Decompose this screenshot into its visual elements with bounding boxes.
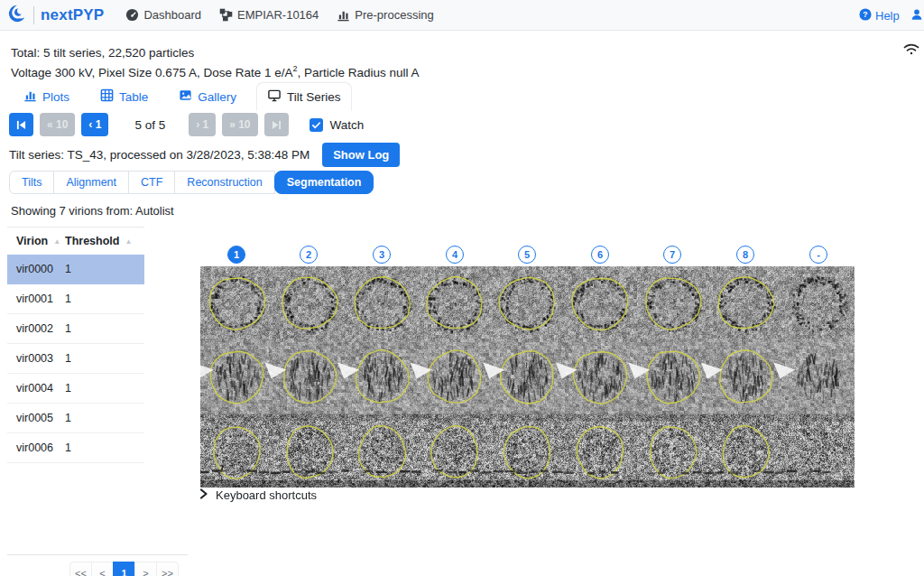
first-series-button[interactable] (9, 113, 33, 136)
user-menu[interactable]: user (910, 8, 924, 23)
virion-table-header: Virion ▲ Threshold ▲ (7, 228, 144, 255)
watch-checkbox[interactable] (310, 118, 323, 132)
checkmark-icon (311, 120, 321, 130)
header-threshold[interactable]: Threshold ▲ (65, 235, 132, 247)
page-next-button[interactable]: > (134, 562, 157, 576)
acquisition-summary: Voltage 300 kV, Pixel Size 0.675 A, Dose… (11, 64, 420, 79)
help-link[interactable]: ? Help (859, 8, 900, 23)
threshold-circle-none[interactable]: - (809, 246, 827, 264)
app-window: nextPYP Dashboard (0, 0, 924, 576)
connection-status-icon (902, 42, 920, 60)
virion-cell: vir0004 (7, 382, 65, 395)
dashboard-icon (125, 8, 139, 22)
subtab-reconstruction[interactable]: Reconstruction (174, 171, 274, 194)
breadcrumb-preprocessing[interactable]: Pre-processing (337, 8, 433, 22)
skip-to-first-icon (16, 120, 26, 130)
chevron-right-icon (199, 487, 208, 503)
breadcrumb-dashboard[interactable]: Dashboard (125, 8, 201, 22)
virion-segmentation-montage[interactable] (200, 266, 855, 488)
navbar-right: ? Help user (859, 0, 924, 31)
svg-text:?: ? (863, 10, 867, 19)
sort-icon[interactable]: ▲ (125, 237, 132, 246)
tilt-series-info: Tilt series: TS_43, processed on 3/28/20… (9, 148, 310, 162)
keyboard-shortcuts-toggle[interactable]: Keyboard shortcuts (199, 487, 317, 503)
threshold-circle-1[interactable]: 1 (227, 246, 245, 264)
threshold-circle-4[interactable]: 4 (446, 246, 464, 264)
table-row-vir0006[interactable]: vir0006 1 (7, 433, 144, 463)
table-row-vir0005[interactable]: vir0005 1 (7, 404, 144, 433)
breadcrumb-label: Dashboard (143, 8, 201, 22)
page-1-button[interactable]: 1 (113, 562, 135, 576)
threshold-circle-6[interactable]: 6 (591, 246, 609, 264)
sort-icon[interactable]: ▲ (53, 237, 60, 246)
breadcrumb-label: EMPIAR-10164 (237, 8, 319, 22)
threshold-cell: 1 (65, 352, 71, 365)
user-icon (910, 8, 923, 23)
help-label: Help (875, 9, 900, 23)
watch-toggle[interactable]: Watch (310, 118, 365, 132)
threshold-cell: 1 (65, 263, 71, 275)
top-navbar: nextPYP Dashboard (0, 0, 924, 31)
tab-plots[interactable]: Plots (13, 82, 80, 111)
forward-10-button[interactable]: » 10 (222, 113, 257, 136)
table-row-vir0002[interactable]: vir0002 1 (7, 314, 144, 344)
plots-icon (23, 88, 37, 105)
tab-gallery[interactable]: Gallery (168, 82, 247, 111)
tab-label: Table (119, 90, 148, 104)
breadcrumb-project[interactable]: EMPIAR-10164 (219, 8, 319, 22)
header-label: Threshold (65, 235, 119, 247)
watch-label: Watch (330, 118, 365, 132)
subtab-tilts[interactable]: Tilts (9, 171, 54, 194)
threshold-circle-7[interactable]: 7 (663, 246, 681, 264)
stage-subtabs: Tilts Alignment CTF Reconstruction Segme… (9, 171, 374, 194)
show-log-button[interactable]: Show Log (322, 143, 400, 167)
threshold-circle-2[interactable]: 2 (300, 246, 318, 264)
page-prev-button[interactable]: < (91, 562, 114, 576)
subtab-segmentation[interactable]: Segmentation (274, 171, 374, 194)
tab-label: Tilt Series (287, 90, 341, 104)
bar-chart-icon (337, 8, 350, 22)
gallery-icon (179, 88, 192, 105)
subtab-ctf[interactable]: CTF (128, 171, 175, 194)
keyboard-shortcuts-label: Keyboard shortcuts (216, 488, 317, 502)
table-icon (100, 88, 114, 105)
tab-tilt-series[interactable]: Tilt Series (256, 82, 352, 111)
page-first-button[interactable]: << (69, 562, 92, 576)
threshold-cell: 1 (65, 293, 71, 305)
skip-to-last-icon (272, 120, 282, 130)
forward-1-button[interactable]: › 1 (189, 113, 216, 136)
threshold-cell: 1 (65, 322, 71, 335)
virion-cell: vir0002 (7, 322, 65, 335)
virion-cell: vir0005 (7, 412, 65, 424)
virion-cell: vir0001 (7, 293, 65, 305)
project-sitemap-icon (219, 8, 233, 22)
page-last-button[interactable]: >> (156, 562, 179, 576)
acquisition-summary-text2: , Particle Radius null A (297, 66, 419, 79)
threshold-circle-5[interactable]: 5 (518, 246, 536, 264)
tab-label: Gallery (198, 90, 236, 104)
threshold-circle-8[interactable]: 8 (736, 246, 754, 264)
header-virion[interactable]: Virion ▲ (7, 235, 65, 247)
series-pager: « 10 ‹ 1 5 of 5 › 1 » 10 Watch (9, 113, 364, 136)
back-1-button[interactable]: ‹ 1 (81, 113, 108, 136)
virion-cell: vir0006 (7, 441, 65, 454)
table-footer-divider (7, 554, 188, 555)
tilt-series-icon (267, 88, 282, 105)
table-row-vir0004[interactable]: vir0004 1 (7, 374, 144, 404)
total-summary: Total: 5 tilt series, 22,520 particles (11, 46, 194, 60)
threshold-cell: 1 (65, 382, 71, 395)
table-row-vir0001[interactable]: vir0001 1 (7, 284, 144, 314)
virion-pagination: << < 1 > >> (69, 562, 179, 576)
nextpyp-brand[interactable]: nextPYP (7, 4, 104, 27)
last-series-button[interactable] (264, 113, 289, 136)
back-10-button[interactable]: « 10 (40, 113, 75, 136)
table-row-vir0003[interactable]: vir0003 1 (7, 344, 144, 374)
series-position: 5 of 5 (134, 118, 165, 132)
header-label: Virion (16, 235, 48, 247)
breadcrumb: Dashboard EMPIAR-10164 (125, 8, 433, 22)
tab-label: Plots (42, 90, 69, 104)
subtab-alignment[interactable]: Alignment (53, 171, 129, 194)
threshold-circle-3[interactable]: 3 (373, 246, 391, 264)
table-row-vir0000[interactable]: vir0000 1 (7, 255, 144, 284)
tab-table[interactable]: Table (89, 82, 159, 111)
